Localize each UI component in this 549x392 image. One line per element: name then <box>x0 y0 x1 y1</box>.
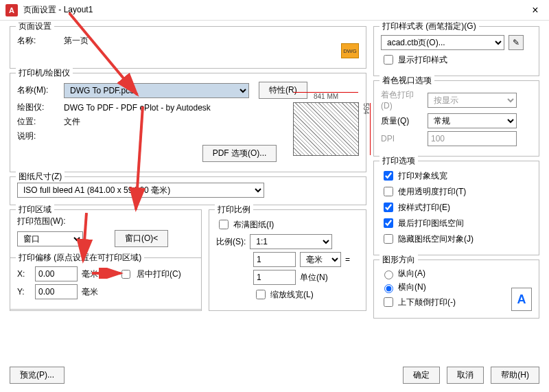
printer-name-select[interactable]: DWG To PDF.pc3 <box>64 83 249 98</box>
dwg-icon: DWG <box>341 43 359 58</box>
plot-options-title: 打印选项 <box>379 155 418 167</box>
cancel-button[interactable]: 取消 <box>447 367 484 384</box>
help-button[interactable]: 帮助(H) <box>491 367 539 384</box>
orientation-icon: A <box>511 288 532 311</box>
opt-styles-label: 按样式打印(E) <box>398 202 450 214</box>
plot-options-group: 打印选项 打印对象线宽 使用透明度打印(T) 按样式打印(E) 最后打印图纸空间… <box>373 161 539 255</box>
opt-styles-checkbox[interactable] <box>384 203 393 212</box>
plotter-value: DWG To PDF - PDF ePlot - by Autodesk <box>64 103 211 113</box>
fit-to-paper-checkbox[interactable] <box>219 220 229 229</box>
scale-mm-input[interactable] <box>253 252 296 267</box>
paper-preview: 841 MM 594 <box>293 102 359 156</box>
offset-x-unit: 毫米 <box>82 268 98 280</box>
center-checkbox[interactable] <box>121 270 130 279</box>
offset-y-label: Y: <box>17 287 31 297</box>
portrait-label: 纵向(A) <box>398 268 425 279</box>
pdf-options-button[interactable]: PDF 选项(O)... <box>202 145 277 162</box>
printer-name-label: 名称(M): <box>17 84 60 96</box>
dialog-footer: 预览(P)... 确定 取消 帮助(H) <box>0 364 549 389</box>
scale-mm-unit[interactable]: 毫米 <box>300 252 341 267</box>
where-label: 位置: <box>17 116 60 128</box>
offset-group: 打印偏移 (原点设置在可打印区域) X: 毫米 居中打印(C) Y: 毫米 <box>10 257 202 310</box>
close-button[interactable]: × <box>527 4 544 16</box>
offset-title: 打印偏移 (原点设置在可打印区域) <box>16 252 144 264</box>
style-table-group: 打印样式表 (画笔指定)(G) acad.ctb页(O)... ✎ 显示打印样式 <box>373 26 539 76</box>
desc-label: 说明: <box>17 130 60 142</box>
upside-down-checkbox[interactable] <box>384 297 393 307</box>
style-table-title: 打印样式表 (画笔指定)(G) <box>379 21 479 32</box>
page-setup-group: 页面设置 名称: 第一页 DWG <box>10 26 366 69</box>
page-name-value: 第一页 <box>64 35 89 47</box>
paper-height-dim: 594 <box>362 103 371 155</box>
where-value: 文件 <box>64 116 80 128</box>
orientation-group: 图形方向 纵向(A) 横向(N) 上下颠倒打印(-) A <box>373 260 539 319</box>
window-title: 页面设置 - Layout1 <box>23 4 527 16</box>
opt-hide-paperspace-checkbox[interactable] <box>384 234 393 244</box>
scale-unit-label: 单位(N) <box>300 272 328 284</box>
offset-y-input[interactable] <box>35 284 78 299</box>
display-styles-label: 显示打印样式 <box>398 54 447 66</box>
page-name-label: 名称: <box>17 35 60 47</box>
dpi-input[interactable] <box>428 131 517 146</box>
ok-button[interactable]: 确定 <box>403 367 440 384</box>
paper-size-title: 图纸尺寸(Z) <box>16 171 65 183</box>
opt-lineweights-checkbox[interactable] <box>384 171 393 181</box>
printer-title: 打印机/绘图仪 <box>16 67 73 79</box>
paper-size-select[interactable]: ISO full bleed A1 (841.00 x 594.00 毫米) <box>17 183 264 198</box>
paper-width-dim: 841 MM <box>294 92 358 100</box>
opt-transparency-checkbox[interactable] <box>384 187 393 196</box>
scale-lw-checkbox[interactable] <box>256 290 266 299</box>
plot-range-label: 打印范围(W): <box>17 216 194 227</box>
preview-button[interactable]: 预览(P)... <box>10 367 65 384</box>
plot-area-title: 打印区域 <box>16 204 54 216</box>
dpi-label: DPI <box>381 134 423 143</box>
landscape-radio[interactable] <box>384 284 393 293</box>
plot-scale-title: 打印比例 <box>215 204 253 216</box>
portrait-radio[interactable] <box>384 270 393 279</box>
upside-down-label: 上下颠倒打印(-) <box>398 297 456 308</box>
scale-label: 比例(S): <box>216 236 246 248</box>
scale-lw-label: 缩放线宽(L) <box>270 289 314 301</box>
quality-label: 质量(Q) <box>381 115 423 127</box>
fit-to-paper-label: 布满图纸(I) <box>233 219 274 231</box>
autocad-logo-icon: A <box>5 4 18 16</box>
offset-x-label: X: <box>17 269 31 279</box>
orientation-title: 图形方向 <box>379 254 418 266</box>
shade-plot-label: 着色打印(D) <box>381 89 423 111</box>
opt-lineweights-label: 打印对象线宽 <box>398 170 447 182</box>
quality-select[interactable]: 常规 <box>428 113 517 128</box>
opt-paperspace-last-checkbox[interactable] <box>384 218 393 228</box>
plot-scale-group: 打印比例 布满图纸(I) 比例(S):1:1 毫米= 单位(N) 缩放线宽(L) <box>209 209 366 311</box>
style-table-edit-icon[interactable]: ✎ <box>509 35 524 50</box>
plotter-label: 绘图仪: <box>17 102 60 113</box>
plot-range-select[interactable]: 窗口 <box>17 231 83 246</box>
opt-hide-paperspace-label: 隐藏图纸空间对象(J) <box>398 233 474 245</box>
style-table-select[interactable]: acad.ctb页(O)... <box>381 35 504 50</box>
offset-x-input[interactable] <box>35 266 78 281</box>
title-bar: A 页面设置 - Layout1 × <box>0 0 549 21</box>
scale-equals: = <box>345 255 350 264</box>
scale-unit-input[interactable] <box>253 270 296 285</box>
display-styles-checkbox[interactable] <box>384 55 393 65</box>
shade-plot-select[interactable]: 按显示 <box>428 93 517 108</box>
shaded-title: 着色视口选项 <box>379 75 434 87</box>
shaded-group: 着色视口选项 着色打印(D)按显示 质量(Q)常规 DPI <box>373 80 539 157</box>
center-label: 居中打印(C) <box>137 268 181 280</box>
paper-size-group: 图纸尺寸(Z) ISO full bleed A1 (841.00 x 594.… <box>10 176 366 205</box>
scale-select[interactable]: 1:1 <box>250 234 332 249</box>
opt-paperspace-last-label: 最后打印图纸空间 <box>398 218 464 229</box>
landscape-label: 横向(N) <box>398 281 426 293</box>
window-pick-button[interactable]: 窗口(O)< <box>115 230 168 247</box>
offset-y-unit: 毫米 <box>82 286 98 298</box>
opt-transparency-label: 使用透明度打印(T) <box>398 186 466 198</box>
page-setup-title: 页面设置 <box>16 21 54 32</box>
printer-group: 打印机/绘图仪 名称(M): DWG To PDF.pc3 特性(R) 绘图仪:… <box>10 73 366 172</box>
